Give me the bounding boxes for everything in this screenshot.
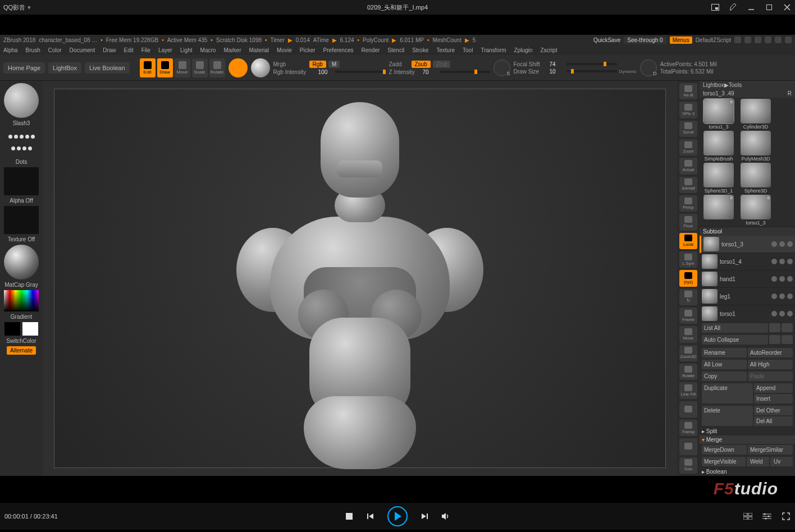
alpha-thumbnail[interactable]	[4, 167, 39, 195]
subtool-header[interactable]: Subtool	[700, 227, 795, 236]
menu-brush[interactable]: Brush	[26, 47, 40, 53]
alternate-button[interactable]: Alternate	[7, 346, 36, 355]
status-icon-3[interactable]	[755, 36, 761, 43]
app-name[interactable]: QQ影音	[3, 3, 25, 12]
minimize-icon[interactable]	[747, 3, 756, 12]
subtool-row-hand1[interactable]: hand1	[700, 270, 795, 288]
texture-thumbnail[interactable]	[4, 206, 39, 234]
shelf--xyz-[interactable]: (xyz)	[679, 270, 697, 286]
menu-document[interactable]: Document	[70, 47, 95, 53]
fullscreen-icon[interactable]	[782, 512, 791, 521]
split-section[interactable]: ▸ Split	[700, 427, 795, 435]
dynamic-label[interactable]: Dynamic	[619, 69, 637, 74]
autoreorder-button[interactable]: AutoReorder	[748, 348, 793, 357]
mrgb-label[interactable]: Mrgb	[273, 61, 307, 67]
subtool-row-torso1[interactable]: torso1	[700, 305, 795, 322]
z-intensity-value[interactable]: 70	[423, 69, 437, 75]
menu-render[interactable]: Render	[362, 47, 380, 53]
arrow-up-icon[interactable]	[769, 323, 780, 332]
z-intensity-slider[interactable]	[440, 71, 490, 73]
focal-shift-slider[interactable]	[566, 63, 617, 65]
tool-thumb-torso1_3[interactable]: 8torso1_3	[738, 195, 774, 226]
menu-zplugin[interactable]: Zplugin	[514, 47, 533, 53]
delete-button[interactable]: Delete	[702, 406, 753, 426]
duplicate-button[interactable]: Duplicate	[702, 383, 753, 403]
rotate-mode-button[interactable]: Rotate	[209, 58, 225, 77]
subtool-row-leg1[interactable]: leg1	[700, 288, 795, 305]
shelf-solo[interactable]: Solo	[679, 457, 697, 474]
scale-mode-button[interactable]: Scale	[192, 58, 208, 77]
shelf-l-sym[interactable]: L.Sym	[679, 251, 697, 268]
menu-zscript[interactable]: Zscript	[540, 47, 557, 53]
shelf-btn-17[interactable]	[679, 401, 697, 418]
menu-alpha[interactable]: Alpha	[3, 47, 18, 53]
status-icon-6[interactable]	[785, 36, 792, 43]
shelf-actual[interactable]: Actual	[679, 158, 697, 174]
all-high-button[interactable]: All High	[748, 360, 793, 369]
del-all-button[interactable]: Del All	[754, 416, 793, 426]
primary-color-swatch[interactable]	[22, 322, 38, 336]
play-button[interactable]	[387, 506, 408, 526]
insert-button[interactable]: Insert	[754, 394, 793, 403]
shelf--[interactable]: ↻	[679, 289, 697, 305]
gradient-label[interactable]: Gradient	[11, 314, 32, 320]
move-mode-button[interactable]: Move	[175, 58, 190, 77]
maximize-icon[interactable]	[765, 3, 774, 12]
dropdown-icon[interactable]: ▾	[28, 4, 31, 11]
shelf-zoom3d[interactable]: Zoom3D	[679, 345, 697, 361]
material-preview[interactable]	[251, 58, 270, 77]
auto-collapse-button[interactable]: Auto Collapse	[702, 335, 768, 345]
tool-thumb-Cylinder3D[interactable]: Cylinder3D	[738, 99, 774, 130]
append-button[interactable]: Append	[754, 383, 793, 393]
status-icon-5[interactable]	[775, 36, 782, 43]
material-thumbnail[interactable]	[4, 245, 39, 279]
live-boolean-tab[interactable]: Live Boolean	[85, 62, 130, 74]
tool-thumb-Sphere3D_1[interactable]: Sphere3D_1	[701, 163, 737, 194]
list-all-button[interactable]: List All	[702, 323, 768, 333]
draw-size-slider[interactable]	[566, 70, 617, 72]
status-icon-2[interactable]	[744, 36, 751, 43]
menu-edit[interactable]: Edit	[124, 47, 134, 53]
brush-thumbnail[interactable]	[4, 83, 39, 118]
copy-button[interactable]: Copy	[702, 372, 747, 381]
next-button[interactable]	[420, 512, 429, 521]
focal-shift-dial[interactable]: S	[494, 59, 510, 76]
subtool-row-torso1_4[interactable]: torso1_4	[700, 253, 795, 270]
menu-color[interactable]: Color	[48, 47, 62, 53]
move-up-icon[interactable]	[769, 335, 780, 344]
pip-icon[interactable]	[711, 3, 720, 12]
close-icon[interactable]	[783, 3, 792, 12]
boolean-section[interactable]: ▸ Boolean	[700, 467, 795, 476]
status-icon-1[interactable]	[734, 36, 741, 43]
merge-section[interactable]: ▾ Merge	[700, 435, 795, 444]
switch-color[interactable]: SwitchColor	[6, 338, 36, 344]
tool-thumb-torso1_3[interactable]: 8torso1_3	[701, 99, 737, 130]
tool-name[interactable]: torso1_3 .49	[703, 90, 734, 97]
rgb-toggle[interactable]: Rgb	[309, 61, 326, 68]
prev-button[interactable]	[366, 512, 375, 521]
shelf-floor[interactable]: Floor	[679, 214, 697, 230]
lightbox-tools-tab[interactable]: Lightbox▶Tools	[700, 81, 795, 89]
draw-size-value[interactable]: 10	[550, 68, 564, 75]
shelf-zoom[interactable]: Zoom	[679, 139, 697, 155]
stop-button[interactable]	[345, 512, 354, 521]
shelf-persp[interactable]: Persp	[679, 195, 697, 212]
status-icon-4[interactable]	[765, 36, 771, 43]
del-other-button[interactable]: Del Other	[754, 406, 793, 415]
rgb-intensity-slider[interactable]	[335, 71, 386, 73]
all-low-button[interactable]: All Low	[702, 360, 747, 369]
paste-button[interactable]: Paste	[748, 372, 793, 381]
shelf-transp[interactable]: Transp	[679, 420, 697, 436]
shelf-btn-19[interactable]	[679, 438, 697, 455]
arrow-down-icon[interactable]	[782, 323, 793, 332]
move-down-icon[interactable]	[782, 335, 793, 344]
draw-size-dial[interactable]: D	[640, 59, 657, 76]
weld-button[interactable]: Weld	[747, 457, 769, 466]
merge-visible-button[interactable]: MergeVisible	[702, 457, 746, 466]
menu-texture[interactable]: Texture	[436, 47, 455, 53]
menu-draw[interactable]: Draw	[103, 47, 116, 53]
sculpt-mode-button[interactable]	[229, 58, 248, 77]
tool-thumb-6[interactable]: 8	[701, 195, 737, 226]
playlist-icon[interactable]	[743, 512, 752, 521]
pin-icon[interactable]	[729, 3, 738, 12]
